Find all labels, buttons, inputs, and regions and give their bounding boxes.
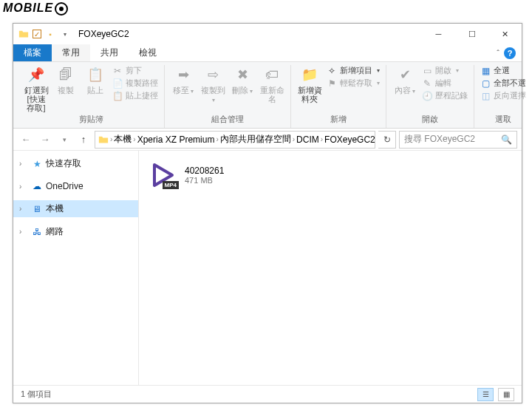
file-name: 40208261 <box>185 166 224 176</box>
sidebar-item-thispc[interactable]: ›🖥本機 <box>13 200 138 217</box>
open-button[interactable]: ▭開啟▾ <box>422 65 468 76</box>
group-new-label: 新增 <box>330 112 347 128</box>
sidebar-item-quick-access[interactable]: ›★快速存取 <box>13 155 138 172</box>
file-item[interactable]: MP4 40208261 471 MB <box>148 160 296 191</box>
pin-button[interactable]: 📌釘選到 [快速存取] <box>24 65 49 112</box>
up-button[interactable]: ↑ <box>75 132 92 148</box>
new-item-button[interactable]: ✧新增項目▾ <box>327 65 380 76</box>
folder-icon <box>18 28 30 40</box>
tab-home[interactable]: 常用 <box>52 44 90 61</box>
edit-button[interactable]: ✎編輯 <box>422 78 468 89</box>
window-title: FOXeyeGC2 <box>78 29 129 39</box>
paste-shortcut-button[interactable]: 📋貼上捷徑 <box>112 90 158 101</box>
recent-dropdown-icon[interactable]: ▾ <box>56 132 72 148</box>
copy-path-button[interactable]: 📄複製路徑 <box>112 78 158 89</box>
delete-button[interactable]: ✖刪除▾ <box>230 65 255 95</box>
sidebar-item-network[interactable]: ›🖧網路 <box>13 223 138 240</box>
title-bar: ✓ ▪ ▾ FOXeyeGC2 ─ ☐ ✕ <box>13 24 522 44</box>
item-count: 1 個項目 <box>21 389 52 400</box>
search-placeholder: 搜尋 FOXeyeGC2 <box>404 133 475 146</box>
ribbon-tabs: 檔案 常用 共用 檢視 ˆ ? <box>13 44 522 62</box>
refresh-button[interactable]: ↻ <box>378 131 396 149</box>
select-all-button[interactable]: ▦全選 <box>480 65 526 76</box>
copy-to-button[interactable]: ⇨複製到▾ <box>200 65 225 104</box>
help-icon[interactable]: ? <box>504 47 516 59</box>
tiles-view-button[interactable]: ▦ <box>498 388 514 401</box>
file-size: 471 MB <box>185 176 224 185</box>
close-button[interactable]: ✕ <box>488 24 522 44</box>
folder-small-icon: ▪ <box>44 28 56 40</box>
qat-dropdown-icon[interactable]: ▾ <box>59 28 71 40</box>
tab-file[interactable]: 檔案 <box>13 44 52 61</box>
search-input[interactable]: 搜尋 FOXeyeGC2 🔍 <box>399 131 517 149</box>
group-select-label: 選取 <box>495 112 511 128</box>
breadcrumb[interactable]: › 本機› Xperia XZ Premium› 內部共用儲存空間› DCIM›… <box>95 131 375 149</box>
video-thumbnail: MP4 <box>148 160 179 191</box>
easy-access-button[interactable]: ⚑輕鬆存取▾ <box>327 78 380 89</box>
copy-button[interactable]: 🗐複製 <box>53 65 78 95</box>
minimize-button[interactable]: ─ <box>422 24 455 44</box>
forward-button[interactable]: → <box>37 132 53 148</box>
tab-share[interactable]: 共用 <box>90 44 129 61</box>
move-to-button[interactable]: ➡移至▾ <box>171 65 196 95</box>
ribbon-collapse-icon[interactable]: ˆ <box>497 49 499 58</box>
paste-button[interactable]: 📋貼上 <box>83 65 108 95</box>
group-open-label: 開啟 <box>422 112 438 128</box>
address-bar: ← → ▾ ↑ › 本機› Xperia XZ Premium› 內部共用儲存空… <box>13 129 522 151</box>
back-button[interactable]: ← <box>18 132 34 148</box>
search-icon: 🔍 <box>501 134 512 145</box>
file-list[interactable]: MP4 40208261 471 MB <box>139 151 522 385</box>
checkbox-icon[interactable]: ✓ <box>33 30 41 38</box>
new-folder-button[interactable]: 📁新增資料夾 <box>297 65 322 103</box>
ribbon: 📌釘選到 [快速存取] 🗐複製 📋貼上 ✂剪下 📄複製路徑 📋貼上捷徑 剪貼簿 … <box>13 62 522 129</box>
history-button[interactable]: 🕘歷程記錄 <box>422 90 468 101</box>
watermark-logo: MOBILE <box>3 1 68 16</box>
cut-button[interactable]: ✂剪下 <box>112 65 158 76</box>
status-bar: 1 個項目 ☰ ▦ <box>13 385 522 403</box>
details-view-button[interactable]: ☰ <box>477 388 494 401</box>
properties-button[interactable]: ✔內容▾ <box>392 65 417 95</box>
group-clipboard-label: 剪貼簿 <box>79 112 103 128</box>
rename-button[interactable]: 🏷重新命名 <box>259 65 284 103</box>
group-organize-label: 組合管理 <box>211 112 244 128</box>
tab-view[interactable]: 檢視 <box>129 44 167 61</box>
maximize-button[interactable]: ☐ <box>455 24 488 44</box>
invert-selection-button[interactable]: ◫反向選擇 <box>480 90 526 101</box>
explorer-window: ✓ ▪ ▾ FOXeyeGC2 ─ ☐ ✕ 檔案 常用 共用 檢視 ˆ ? 📌釘… <box>13 23 522 403</box>
select-none-button[interactable]: ▢全部不選 <box>480 78 526 89</box>
sidebar-item-onedrive[interactable]: ›☁OneDrive <box>13 178 138 194</box>
mp4-badge: MP4 <box>163 181 179 189</box>
navigation-pane: ›★快速存取 ›☁OneDrive ›🖥本機 ›🖧網路 <box>13 151 139 385</box>
